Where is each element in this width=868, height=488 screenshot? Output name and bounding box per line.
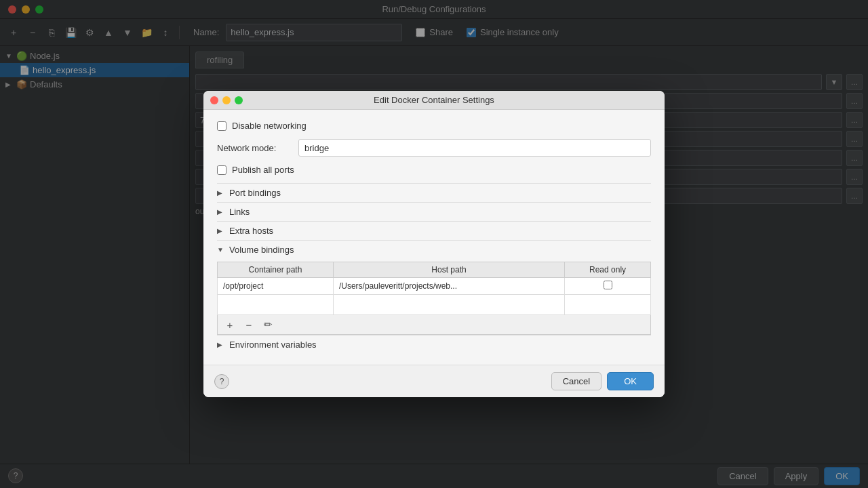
network-mode-row: Network mode: bbox=[217, 139, 651, 157]
dialog-footer-right: Cancel OK bbox=[551, 372, 654, 390]
col-host-path: Host path bbox=[333, 262, 564, 278]
extra-hosts-arrow: ▶ bbox=[217, 227, 225, 235]
modal-overlay: Edit Docker Container Settings Disable n… bbox=[0, 0, 868, 488]
disable-networking-label: Disable networking bbox=[232, 121, 307, 131]
volume-bindings-arrow: ▼ bbox=[217, 246, 225, 253]
publish-ports-checkbox[interactable] bbox=[217, 165, 226, 175]
empty-cell-1 bbox=[218, 295, 334, 315]
dialog-help-button[interactable]: ? bbox=[214, 374, 229, 389]
links-arrow: ▶ bbox=[217, 208, 225, 216]
dialog-ok-button[interactable]: OK bbox=[607, 372, 654, 390]
empty-cell-2 bbox=[333, 295, 564, 315]
ide-window: Run/Debug Configurations + − ⎘ 💾 ⚙ ▲ ▼ 📁… bbox=[0, 0, 868, 488]
cell-container-path: /opt/project bbox=[218, 278, 334, 295]
cell-host-path: /Users/pauleveritt/projects/web... bbox=[333, 278, 564, 295]
links-label: Links bbox=[229, 207, 250, 217]
network-mode-label: Network mode: bbox=[217, 143, 292, 153]
dialog-title: Edit Docker Container Settings bbox=[374, 95, 494, 105]
publish-ports-label: Publish all ports bbox=[232, 165, 294, 175]
read-only-checkbox[interactable] bbox=[604, 281, 612, 289]
disable-networking-checkbox[interactable] bbox=[217, 121, 226, 131]
table-row: /opt/project /Users/pauleveritt/projects… bbox=[218, 278, 651, 295]
table-empty-row bbox=[218, 295, 651, 315]
cell-read-only bbox=[565, 278, 651, 295]
section-env-vars[interactable]: ▶ Environment variables bbox=[217, 335, 651, 354]
vol-remove-button[interactable]: − bbox=[242, 318, 256, 331]
section-extra-hosts[interactable]: ▶ Extra hosts bbox=[217, 221, 651, 240]
vol-edit-button[interactable]: ✏ bbox=[261, 318, 275, 331]
publish-ports-row: Publish all ports bbox=[217, 165, 651, 175]
dialog-tb-buttons bbox=[210, 96, 243, 104]
dialog-titlebar: Edit Docker Container Settings bbox=[203, 91, 665, 110]
port-bindings-arrow: ▶ bbox=[217, 189, 225, 197]
env-vars-label: Environment variables bbox=[229, 340, 317, 350]
dialog-min-button[interactable] bbox=[222, 96, 231, 104]
port-bindings-label: Port bindings bbox=[229, 188, 281, 198]
dialog: Edit Docker Container Settings Disable n… bbox=[203, 91, 665, 397]
section-volume-bindings[interactable]: ▼ Volume bindings bbox=[217, 240, 651, 259]
dialog-body: Disable networking Network mode: Publish… bbox=[203, 110, 665, 365]
empty-cell-3 bbox=[565, 295, 651, 315]
env-vars-arrow: ▶ bbox=[217, 341, 225, 348]
network-mode-input[interactable] bbox=[298, 139, 651, 157]
section-port-bindings[interactable]: ▶ Port bindings bbox=[217, 183, 651, 202]
volume-table: Container path Host path Read only /opt/… bbox=[217, 262, 651, 315]
disable-networking-row: Disable networking bbox=[217, 121, 651, 131]
dialog-footer: ? Cancel OK bbox=[203, 365, 665, 397]
dialog-close-button[interactable] bbox=[210, 96, 218, 104]
dialog-max-button[interactable] bbox=[235, 96, 243, 104]
volume-bindings-label: Volume bindings bbox=[229, 245, 294, 255]
vol-add-button[interactable]: + bbox=[223, 318, 237, 331]
dialog-cancel-button[interactable]: Cancel bbox=[551, 372, 601, 390]
volume-toolbar: + − ✏ bbox=[217, 315, 651, 335]
extra-hosts-label: Extra hosts bbox=[229, 226, 273, 236]
col-read-only: Read only bbox=[565, 262, 651, 278]
col-container-path: Container path bbox=[218, 262, 334, 278]
section-links[interactable]: ▶ Links bbox=[217, 202, 651, 221]
